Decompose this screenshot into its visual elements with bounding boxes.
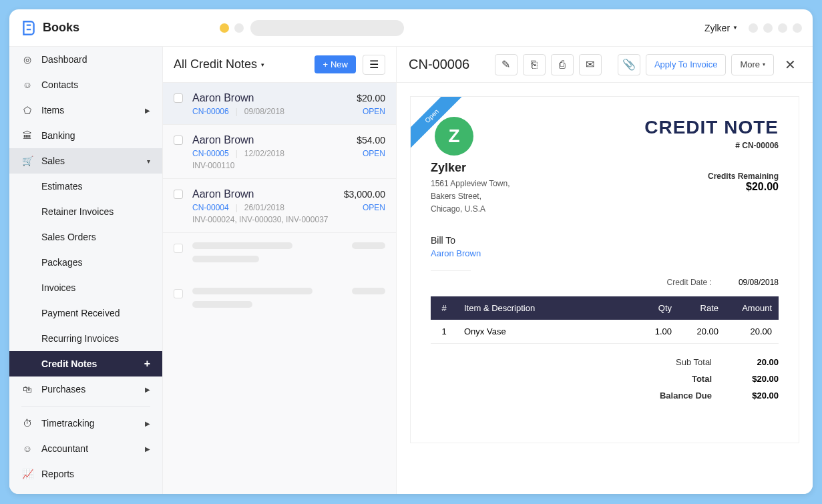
table-row: 1 Onyx Vase 1.00 20.00 20.00 <box>431 320 779 344</box>
caret-down-icon: ▼ <box>733 25 738 31</box>
print-button[interactable]: ⎙ <box>551 54 574 75</box>
org-switcher[interactable]: Zylker ▼ <box>704 23 738 33</box>
purchases-icon: 🛍 <box>21 384 33 395</box>
checkbox[interactable] <box>174 244 183 253</box>
nav-invoices[interactable]: Invoices <box>9 275 162 300</box>
bill-to-customer-link[interactable]: Aaron Brown <box>431 248 481 258</box>
org-name: Zylker <box>704 23 730 33</box>
cart-icon: 🛒 <box>21 156 33 166</box>
credit-note-number: CN-00004 <box>192 203 229 212</box>
header-action[interactable] <box>749 23 758 33</box>
mail-icon: ✉ <box>586 58 594 71</box>
credit-note-number: CN-00006 <box>192 107 229 116</box>
reports-icon: 📈 <box>21 469 33 479</box>
edit-button[interactable]: ✎ <box>495 54 518 75</box>
header-action[interactable] <box>778 23 787 33</box>
list-item[interactable]: Aaron Brown $20.00 CN-00006 | 09/08/2018… <box>163 83 396 125</box>
customer-name: Aaron Brown <box>192 188 254 200</box>
hamburger-icon: ☰ <box>369 58 379 71</box>
nav-dashboard[interactable]: ◎ Dashboard <box>9 47 162 72</box>
nav-banking[interactable]: 🏛 Banking <box>9 123 162 148</box>
invoice-refs: INV-000110 <box>192 161 385 170</box>
search-placeholder[interactable] <box>250 20 404 36</box>
status-ribbon: Open <box>411 97 464 150</box>
list-pane: All Credit Notes ▾ + New ☰ Aaron Brown $… <box>163 47 397 494</box>
customer-name: Aaron Brown <box>192 134 254 146</box>
col-index: # <box>431 296 457 320</box>
detail-header: CN-00006 ✎ ⎘ ⎙ ✉ 📎 Apply To Invoice More… <box>397 47 813 83</box>
nav-estimates[interactable]: Estimates <box>9 174 162 199</box>
close-button[interactable]: ✕ <box>779 54 801 75</box>
nav-timetracking[interactable]: ⏱ Timetracking ▶ <box>9 411 162 436</box>
apply-to-invoice-button[interactable]: Apply To Invoice <box>646 54 726 75</box>
divider <box>21 406 150 407</box>
list-item[interactable]: Aaron Brown $54.00 CN-00005 | 12/02/2018… <box>163 125 396 179</box>
line-items-table: # Item & Description Qty Rate Amount 1 O… <box>431 296 779 344</box>
control-dot[interactable] <box>220 23 229 33</box>
checkbox[interactable] <box>174 190 183 199</box>
dashboard-icon: ◎ <box>21 54 33 65</box>
caret-down-icon: ▾ <box>763 61 765 67</box>
amount: $20.00 <box>357 93 385 103</box>
org-address: 1561 Appleview Town, Bakers Street, Chic… <box>431 178 510 216</box>
detail-body: Open Z Zylker 1561 Appleview Town, Baker… <box>397 83 813 494</box>
contacts-icon: ☺ <box>21 79 33 90</box>
credit-date: Credit Date : 09/08/2018 <box>431 278 779 287</box>
date: 09/08/2018 <box>244 107 284 116</box>
list-item[interactable]: Aaron Brown $3,000.00 CN-00004 | 26/01/2… <box>163 179 396 233</box>
col-amount: Amount <box>725 296 779 320</box>
chevron-right-icon: ▶ <box>145 445 150 453</box>
attach-button[interactable]: 📎 <box>618 54 640 75</box>
chevron-right-icon: ▶ <box>145 420 150 427</box>
chevron-down-icon: ▾ <box>147 158 150 165</box>
invoice-refs: INV-000024, INV-000030, INV-000037 <box>192 215 385 224</box>
nav-payment-received[interactable]: Payment Received <box>9 300 162 326</box>
detail-title: CN-00006 <box>409 57 489 72</box>
accountant-icon: ☺ <box>21 443 33 454</box>
header-actions <box>749 23 802 33</box>
date: 12/02/2018 <box>244 149 284 158</box>
topbar: Books Zylker ▼ <box>9 9 813 47</box>
checkbox[interactable] <box>174 93 183 103</box>
checkbox[interactable] <box>174 289 183 298</box>
customer-name: Aaron Brown <box>192 92 254 104</box>
clock-icon: ⏱ <box>21 418 33 429</box>
list-header: All Credit Notes ▾ + New ☰ <box>163 47 396 83</box>
app-name: Books <box>43 21 79 35</box>
header-action[interactable] <box>763 23 773 33</box>
app-logo: Books <box>20 19 79 37</box>
add-icon[interactable]: + <box>144 358 150 370</box>
status-badge: OPEN <box>363 203 385 212</box>
nav-purchases[interactable]: 🛍 Purchases ▶ <box>9 376 162 402</box>
nav-contacts[interactable]: ☺ Contacts <box>9 72 162 97</box>
credits-remaining-value: $20.00 <box>644 181 779 193</box>
credit-note-document: Open Z Zylker 1561 Appleview Town, Baker… <box>410 96 799 443</box>
nav-items[interactable]: ⬠ Items ▶ <box>9 97 162 123</box>
control-dot[interactable] <box>234 23 244 33</box>
nav-accountant[interactable]: ☺ Accountant ▶ <box>9 436 162 461</box>
more-button[interactable]: More▾ <box>731 54 774 75</box>
document-type: CREDIT NOTE <box>644 117 779 138</box>
email-button[interactable]: ✉ <box>579 54 602 75</box>
new-button[interactable]: + New <box>315 55 356 73</box>
list-menu-button[interactable]: ☰ <box>363 55 385 75</box>
document-number: # CN-00006 <box>644 141 779 150</box>
nav-sales[interactable]: 🛒 Sales ▾ <box>9 148 162 174</box>
list-title-dropdown[interactable]: All Credit Notes ▾ <box>174 57 264 71</box>
nav-packages[interactable]: Packages <box>9 250 162 275</box>
org-name: Zylker <box>431 161 510 175</box>
header-action[interactable] <box>793 23 802 33</box>
checkbox[interactable] <box>174 136 183 145</box>
list-item-skeleton <box>163 278 396 324</box>
nav-credit-notes[interactable]: Credit Notes + <box>9 351 162 376</box>
pdf-button[interactable]: ⎘ <box>523 54 546 75</box>
app-window: Books Zylker ▼ ◎ Dashboard ☺ Co <box>9 9 813 494</box>
detail-pane: CN-00006 ✎ ⎘ ⎙ ✉ 📎 Apply To Invoice More… <box>397 47 813 494</box>
nav-sales-orders[interactable]: Sales Orders <box>9 224 162 250</box>
caret-down-icon: ▾ <box>261 61 264 68</box>
totals: Sub Total20.00 Total$20.00 Balance Due$2… <box>431 357 779 401</box>
nav-reports[interactable]: 📈 Reports <box>9 461 162 487</box>
nav-retainer-invoices[interactable]: Retainer Invoices <box>9 199 162 224</box>
status-badge: OPEN <box>363 107 385 116</box>
nav-recurring-invoices[interactable]: Recurring Invoices <box>9 326 162 351</box>
